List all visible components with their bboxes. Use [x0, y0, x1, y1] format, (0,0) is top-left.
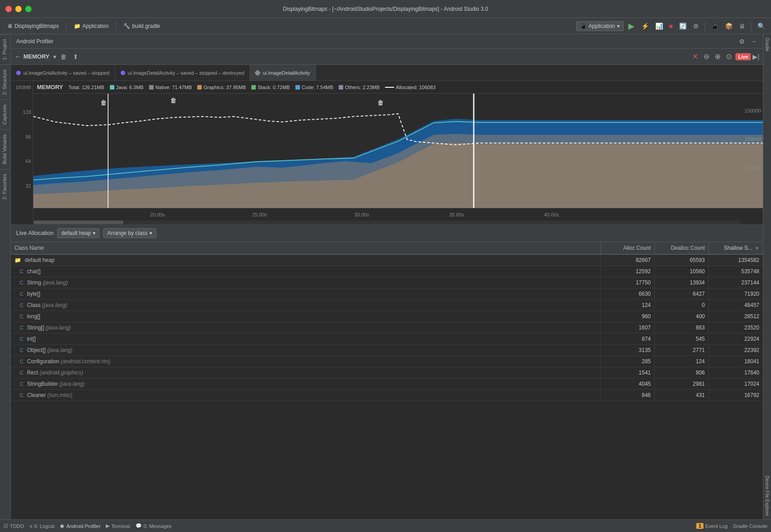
class-name-cell: C char[]	[11, 266, 601, 277]
debug-button[interactable]: ⚡	[639, 22, 651, 31]
table-row[interactable]: C Cleaner (sun.misc) 846 431 16792	[11, 390, 763, 401]
svg-text:🗑: 🗑	[100, 99, 107, 106]
sidebar-tab-structure[interactable]: 2: Structure	[0, 64, 10, 99]
shallow-size-cell: 16792	[709, 390, 763, 401]
table-row[interactable]: C Object[] (java.lang) 3135 2771 22392	[11, 345, 763, 356]
zoom-in-button[interactable]: ⊕	[713, 51, 722, 62]
class-name-cell: 📁 default heap	[11, 255, 601, 266]
close-button[interactable]: ✕	[692, 52, 698, 61]
messages-label: 0: Messages	[144, 523, 172, 529]
y-128-label: 128	[13, 109, 31, 115]
session-label-3: ui.ImageDetailActivity	[263, 70, 310, 76]
todo-item[interactable]: ☑ TODO	[4, 523, 24, 529]
dealloc-count-cell: 400	[655, 311, 709, 322]
session-tab-3[interactable]: ui.ImageDetailActivity	[250, 65, 316, 81]
heap-dropdown[interactable]: default heap ▾	[57, 228, 100, 238]
table-row[interactable]: C long[] 960 400 28512	[11, 311, 763, 322]
minimize-window-btn[interactable]	[15, 6, 22, 12]
right-y-50k: 50000	[740, 165, 761, 171]
zoom-out-button[interactable]: ⊖	[702, 51, 711, 62]
live-end-button[interactable]: ▶|	[753, 53, 759, 60]
profiler-settings-button[interactable]: ⚙	[737, 37, 747, 46]
project-menu-item[interactable]: 🖥 DisplayingBitmaps	[4, 21, 63, 31]
class-name-text: long[]	[27, 313, 40, 320]
sidebar-tab-project[interactable]: 1: Project	[0, 34, 10, 64]
scrollbar-thumb[interactable]	[33, 221, 123, 224]
chart-svg[interactable]: 🗑 🗑 🗑 150000 100000 50000	[33, 94, 763, 208]
y-max-label: 160MB	[13, 85, 31, 90]
class-icon: C	[20, 314, 23, 319]
application-module-item[interactable]: 📁 Application	[70, 21, 113, 31]
separator	[751, 22, 752, 31]
legend-total-label: Total: 126.21MB	[68, 85, 104, 90]
legend-graphics-label: Graphics: 37.95MB	[204, 85, 246, 90]
th-class-name[interactable]: Class Name	[11, 242, 601, 254]
table-row[interactable]: C int[] 874 545 22924	[11, 334, 763, 345]
others-color-swatch	[339, 85, 343, 90]
logcat-item[interactable]: ≡ 6: Logcat	[30, 523, 55, 529]
event-log-badge: 1	[696, 523, 703, 529]
th-dealloc-count[interactable]: Dealloc Count	[655, 242, 709, 254]
sidebar-tab-captures[interactable]: Captures	[0, 99, 10, 129]
table-row[interactable]: C Configuration (android.content.res) 28…	[11, 356, 763, 367]
event-log-label: Event Log	[705, 523, 728, 529]
stop-button[interactable]: ■	[667, 22, 675, 31]
sidebar-tab-build-variants[interactable]: Build Variants	[0, 129, 10, 169]
allocation-toolbar: Live Allocation default heap ▾ Arrange b…	[11, 224, 763, 242]
search-button[interactable]: 🔍	[755, 22, 767, 31]
table-row[interactable]: 📁 default heap 82667 65593 1354582	[11, 255, 763, 266]
session-tab-1[interactable]: ui.ImageGridActivity – saved – stopped	[11, 65, 115, 81]
table-row[interactable]: C StringBuilder (java.lang) 4045 2981 17…	[11, 379, 763, 390]
arrange-dropdown[interactable]: Arrange by class ▾	[103, 228, 156, 238]
device-file-explorer-tab[interactable]: Device File Explorer	[763, 472, 771, 519]
chart-main[interactable]: MEMORY Total: 126.21MB Java: 6.3MB Nativ…	[33, 81, 763, 221]
gradle-icon: 🔧	[123, 23, 130, 29]
table-row[interactable]: C String (java.lang) 17750 13934 237144	[11, 277, 763, 289]
sdk-manager-button[interactable]: 📦	[723, 22, 735, 31]
build-gradle-item[interactable]: 🔧 build.gradle	[120, 21, 163, 31]
gradle-tab[interactable]: Gradle	[763, 34, 771, 55]
terminal-item[interactable]: ▶ Terminal	[106, 523, 130, 529]
alloc-count-cell: 82667	[601, 255, 655, 266]
profiler-status-item[interactable]: ◉ Android Profiler	[60, 523, 100, 529]
table-row[interactable]: C Class (java.lang) 124 0 48457	[11, 300, 763, 311]
table-row[interactable]: C byte[] 6630 6427 71920	[11, 289, 763, 300]
application-label: Application	[82, 23, 109, 29]
app-run-dropdown[interactable]: 📱 Application ▾	[576, 21, 624, 31]
delete-session-button[interactable]: 🗑	[58, 52, 69, 61]
messages-item[interactable]: 💬 0: Messages	[136, 523, 172, 529]
chart-scrollbar[interactable]	[33, 221, 740, 224]
avd-manager-button[interactable]: 🖥	[737, 22, 748, 31]
device-manager-button[interactable]: 📱	[709, 22, 721, 31]
zoom-fit-button[interactable]: ⊙	[724, 51, 734, 62]
close-window-btn[interactable]	[5, 6, 12, 12]
dealloc-count-cell: 2771	[655, 345, 709, 356]
memory-area-chart: 🗑 🗑 🗑	[33, 94, 763, 208]
profiler-minimize-button[interactable]: −	[750, 37, 757, 46]
sidebar-tab-favorites[interactable]: 2: Favorites	[0, 169, 10, 204]
table-row[interactable]: C Rect (android.graphics) 1541 806 17640	[11, 367, 763, 379]
svg-text:🗑: 🗑	[170, 97, 177, 104]
memory-legend: MEMORY Total: 126.21MB Java: 6.3MB Nativ…	[33, 81, 763, 94]
profile-button[interactable]: 📊	[653, 22, 665, 31]
alloc-count-cell: 3135	[601, 345, 655, 356]
table-row[interactable]: C char[] 12592 10560 535748	[11, 266, 763, 277]
event-log-item[interactable]: 1 Event Log	[696, 523, 727, 529]
memory-dropdown-button[interactable]: ▾	[53, 53, 56, 60]
class-name-cell: C long[]	[11, 311, 601, 322]
gradle-console-item[interactable]: Gradle Console	[733, 523, 767, 529]
allocation-table[interactable]: Class Name Alloc Count Dealloc Count Sha…	[11, 242, 763, 519]
session-tab-2[interactable]: ui.ImageDetailActivity – saved – stopped…	[115, 65, 250, 81]
run-button[interactable]: ▶	[626, 20, 637, 32]
chart-y-axis: 160MB 128 96 64 32	[11, 81, 33, 221]
settings-button[interactable]: ⚙	[691, 22, 701, 31]
th-alloc-count[interactable]: Alloc Count	[601, 242, 655, 254]
th-shallow-size[interactable]: Shallow S... ▼	[709, 242, 763, 254]
export-button[interactable]: ⬆	[71, 52, 81, 61]
sync-button[interactable]: 🔄	[677, 22, 689, 31]
window-controls[interactable]	[5, 6, 32, 12]
back-button[interactable]: ←	[14, 53, 22, 61]
sort-arrow-icon: ▼	[755, 246, 759, 251]
table-row[interactable]: C String[] (java.lang) 1607 863 23520	[11, 322, 763, 334]
maximize-window-btn[interactable]	[25, 6, 32, 12]
